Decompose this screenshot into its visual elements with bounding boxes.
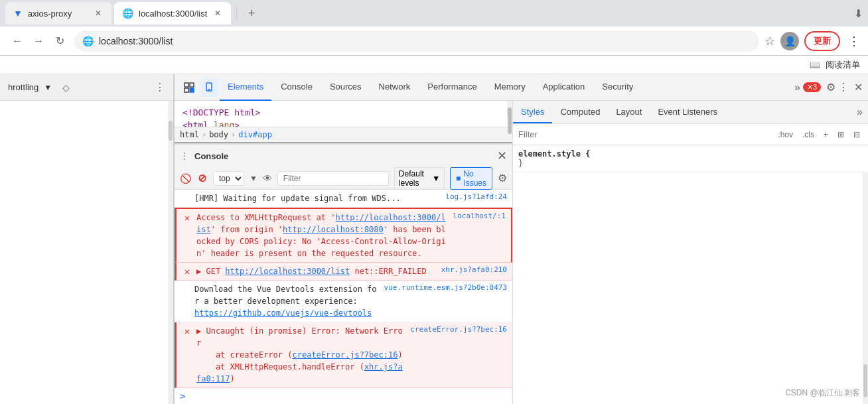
console-eye-icon[interactable]: 👁 xyxy=(263,173,272,184)
console-msg-cors-error: ✕ Access to XMLHttpRequest at 'http://lo… xyxy=(175,208,512,263)
tab1-close[interactable]: ✕ xyxy=(93,8,104,19)
console-context-select[interactable]: top xyxy=(213,171,244,186)
device-tool-button[interactable] xyxy=(200,78,218,97)
hmr-msg-source[interactable]: log.js?1afd:24 xyxy=(440,192,507,201)
profile-button[interactable]: 👤 xyxy=(780,32,799,50)
console-ban-icon[interactable]: ⊘ xyxy=(196,170,208,186)
no-issues-label: No Issues xyxy=(463,169,486,188)
add-style-button[interactable]: + xyxy=(821,129,831,141)
download-icon[interactable]: ⬇ xyxy=(854,7,863,20)
get-error-link[interactable]: http://localhost:3000/list xyxy=(225,267,350,276)
hov-button[interactable]: :hov xyxy=(775,129,796,141)
styles-tab-computed[interactable]: Computed xyxy=(552,101,608,123)
throttle-label: hrottling xyxy=(8,82,38,92)
address-bar-actions: ☆ 👤 更新 ⋮ xyxy=(764,31,860,51)
url-bar[interactable]: 🌐 localhost:3000/list xyxy=(74,31,759,52)
devtools-topbar: Elements Console Sources Network Perform… xyxy=(175,74,868,101)
styles-tab-event-listeners[interactable]: Event Listeners xyxy=(650,101,725,123)
no-issues-indicator: ■ No Issues xyxy=(450,167,492,190)
styles-tab-layout[interactable]: Layout xyxy=(608,101,650,123)
browser-menu-icon[interactable]: ⋮ xyxy=(848,34,860,48)
devtools-gear-icon[interactable]: ⚙ xyxy=(826,81,835,94)
breadcrumb-html[interactable]: html xyxy=(180,130,199,139)
dom-scrollbar[interactable] xyxy=(507,101,512,118)
console-section: ⋮ Console ✕ 🚫 ⊘ top ▼ 👁 xyxy=(175,142,512,404)
uncaught-error-source[interactable]: createError.js?7bec:16 xyxy=(405,325,507,334)
devtools-tab-elements[interactable]: Elements xyxy=(220,74,271,101)
devtools-tab-memory[interactable]: Memory xyxy=(486,74,534,101)
console-levels-dropdown[interactable]: Default levels ▼ xyxy=(394,167,445,190)
forward-button[interactable]: → xyxy=(29,32,48,50)
console-clear-button[interactable]: 🚫 xyxy=(180,170,191,186)
styles-tabs-more[interactable]: » xyxy=(851,106,868,118)
lock-icon: 🌐 xyxy=(82,36,94,46)
uncaught-error-icon: ✕ xyxy=(182,326,192,336)
console-msg-get-error: ✕ ▶ GET http://localhost:3000/list net::… xyxy=(175,263,512,281)
console-prompt: > xyxy=(180,391,185,401)
devtools-tab-security[interactable]: Security xyxy=(594,74,641,101)
tab-axios-proxy[interactable]: ▼ axios-proxy ✕ xyxy=(5,2,111,25)
console-msg-vue: Download the Vue Devtools extension for … xyxy=(175,281,512,322)
main-area: hrottling ▼ ◇ ⋮ Elem xyxy=(0,74,868,404)
console-input-line[interactable]: > xyxy=(175,388,512,404)
breadcrumb-body[interactable]: body xyxy=(209,130,228,139)
get-error-icon: ✕ xyxy=(182,266,192,277)
tab-bar: ▼ axios-proxy ✕ 🌐 localhost:3000/list ✕ … xyxy=(0,0,868,27)
watermark: CSDN @临江仙.刺客 xyxy=(785,387,860,399)
reading-label[interactable]: 阅读清单 xyxy=(826,59,860,71)
devtools-tab-console[interactable]: Console xyxy=(273,74,321,101)
console-close-icon[interactable]: ✕ xyxy=(497,149,507,163)
console-title: Console xyxy=(194,151,492,161)
bookmark-icon[interactable]: ☆ xyxy=(764,34,775,48)
console-gear-icon[interactable]: ⚙ xyxy=(498,172,507,184)
console-context-arrow: ▼ xyxy=(250,174,257,183)
dom-section: <!DOCTYPE html> <html lang> ▶ <head>…</h… xyxy=(175,101,512,142)
cors-error-source[interactable]: localhost/:1 xyxy=(448,212,506,220)
capture-icon[interactable]: ◇ xyxy=(62,82,70,93)
address-bar: ← → ↻ 🌐 localhost:3000/list ☆ 👤 更新 ⋮ xyxy=(0,27,868,56)
inspect-tool-button[interactable] xyxy=(180,78,198,97)
devtools-panel-close-icon[interactable]: ✕ xyxy=(854,81,863,94)
cors-link2[interactable]: http://localhost:8080 xyxy=(283,225,384,234)
console-levels-label: Default levels xyxy=(399,169,429,188)
styles-panel: Styles Computed Layout Event Listeners »… xyxy=(513,101,868,404)
create-error-link[interactable]: createError.js?7bec:16 xyxy=(293,350,398,360)
console-filter-input[interactable] xyxy=(277,171,389,186)
handle-error-link[interactable]: xhr.js?afa0:117 xyxy=(196,362,403,383)
vue-devtools-link[interactable]: https://github.com/vuejs/vue-devtools xyxy=(194,308,372,318)
throttle-bar: hrottling ▼ ◇ ⋮ xyxy=(0,74,173,101)
style-close-brace: } xyxy=(518,159,523,168)
svg-rect-0 xyxy=(184,83,188,87)
styles-scrollbar[interactable] xyxy=(863,172,868,404)
throttle-dropdown-icon[interactable]: ▼ xyxy=(44,83,52,92)
hmr-msg-icon xyxy=(180,193,190,204)
cls-button[interactable]: .cls xyxy=(800,129,817,141)
tab1-title: axios-proxy xyxy=(28,9,88,19)
vue-msg-source[interactable]: vue.runtime.esm.js?2b0e:8473 xyxy=(379,283,507,292)
styles-filter-input[interactable] xyxy=(518,129,775,139)
expand-pane-icon[interactable]: ⊞ xyxy=(835,129,847,141)
console-toolbar: 🚫 ⊘ top ▼ 👁 Default levels ▼ xyxy=(175,167,512,190)
update-button[interactable]: 更新 xyxy=(804,31,840,51)
tab-localhost[interactable]: 🌐 localhost:3000/list ✕ xyxy=(114,2,231,25)
devtools-tab-network[interactable]: Network xyxy=(371,74,419,101)
breadcrumb-app[interactable]: div#app xyxy=(238,130,272,139)
dom-line-html[interactable]: <html lang> xyxy=(180,119,507,127)
new-tab-button[interactable]: + xyxy=(242,4,261,23)
devtools-tab-sources[interactable]: Sources xyxy=(322,74,370,101)
back-button[interactable]: ← xyxy=(8,32,27,50)
tab2-favicon: 🌐 xyxy=(122,8,133,19)
devtools-tab-performance[interactable]: Performance xyxy=(419,74,484,101)
reader-bar: 📖 阅读清单 xyxy=(0,56,868,74)
refresh-button[interactable]: ↻ xyxy=(50,32,69,50)
devtools-menu-icon[interactable]: ⋮ xyxy=(838,81,849,94)
get-error-source[interactable]: xhr.js?afa0:210 xyxy=(436,265,507,274)
left-panel: hrottling ▼ ◇ ⋮ xyxy=(0,74,174,404)
devtools-left-menu-icon[interactable]: ⋮ xyxy=(155,81,165,94)
collapse-pane-icon[interactable]: ⊟ xyxy=(851,129,863,141)
devtools-more-icon[interactable]: » xyxy=(794,82,800,94)
styles-tab-styles[interactable]: Styles xyxy=(513,101,552,123)
tab1-favicon: ▼ xyxy=(13,8,23,19)
devtools-tab-application[interactable]: Application xyxy=(535,74,593,101)
tab2-close[interactable]: ✕ xyxy=(212,8,223,19)
